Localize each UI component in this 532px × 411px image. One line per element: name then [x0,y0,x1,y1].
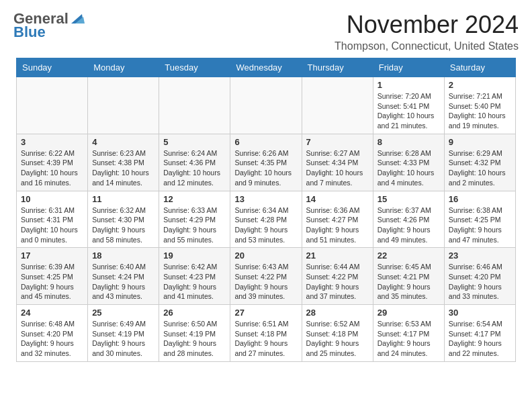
calendar-cell: 5Sunrise: 6:24 AM Sunset: 4:36 PM Daylig… [159,134,230,191]
day-info: Sunrise: 6:50 AM Sunset: 4:19 PM Dayligh… [163,319,226,359]
month-title: November 2024 [335,11,519,39]
calendar-cell: 14Sunrise: 6:36 AM Sunset: 4:27 PM Dayli… [302,191,373,248]
day-info: Sunrise: 6:53 AM Sunset: 4:17 PM Dayligh… [378,319,440,359]
day-info: Sunrise: 6:28 AM Sunset: 4:33 PM Dayligh… [378,148,440,188]
day-number: 28 [306,308,369,318]
day-number: 24 [21,308,83,318]
calendar-cell [17,77,88,134]
day-info: Sunrise: 6:24 AM Sunset: 4:36 PM Dayligh… [163,148,226,188]
day-info: Sunrise: 6:27 AM Sunset: 4:34 PM Dayligh… [306,148,369,188]
day-info: Sunrise: 6:39 AM Sunset: 4:25 PM Dayligh… [21,262,83,302]
calendar-cell [230,77,302,134]
calendar-cell: 18Sunrise: 6:40 AM Sunset: 4:24 PM Dayli… [88,248,159,305]
logo-wing-icon [70,13,85,25]
logo-blue-text: Blue [13,24,85,40]
day-info: Sunrise: 6:32 AM Sunset: 4:30 PM Dayligh… [92,205,154,245]
calendar-cell: 20Sunrise: 6:43 AM Sunset: 4:22 PM Dayli… [230,248,302,305]
day-info: Sunrise: 6:36 AM Sunset: 4:27 PM Dayligh… [306,205,369,245]
day-number: 26 [163,308,226,318]
calendar-cell: 2Sunrise: 7:21 AM Sunset: 5:40 PM Daylig… [444,77,515,134]
calendar-cell: 17Sunrise: 6:39 AM Sunset: 4:25 PM Dayli… [17,248,88,305]
day-info: Sunrise: 6:38 AM Sunset: 4:25 PM Dayligh… [449,205,511,245]
calendar-cell: 28Sunrise: 6:52 AM Sunset: 4:18 PM Dayli… [302,305,373,362]
calendar-cell: 27Sunrise: 6:51 AM Sunset: 4:18 PM Dayli… [230,305,302,362]
calendar-weekday-friday: Friday [373,58,444,77]
calendar-cell: 1Sunrise: 7:20 AM Sunset: 5:41 PM Daylig… [373,77,444,134]
calendar-weekday-thursday: Thursday [302,58,373,77]
day-number: 15 [378,194,440,204]
day-info: Sunrise: 6:33 AM Sunset: 4:29 PM Dayligh… [163,205,226,245]
calendar-header-row: SundayMondayTuesdayWednesdayThursdayFrid… [17,58,516,77]
calendar-week-row: 17Sunrise: 6:39 AM Sunset: 4:25 PM Dayli… [17,248,516,305]
calendar-weekday-sunday: Sunday [17,58,88,77]
day-info: Sunrise: 6:44 AM Sunset: 4:22 PM Dayligh… [306,262,369,302]
day-info: Sunrise: 6:22 AM Sunset: 4:39 PM Dayligh… [21,148,83,188]
calendar-cell [159,77,230,134]
calendar-cell: 11Sunrise: 6:32 AM Sunset: 4:30 PM Dayli… [88,191,159,248]
day-info: Sunrise: 7:20 AM Sunset: 5:41 PM Dayligh… [378,91,440,131]
day-info: Sunrise: 6:29 AM Sunset: 4:32 PM Dayligh… [449,148,511,188]
calendar-weekday-saturday: Saturday [444,58,515,77]
day-info: Sunrise: 6:49 AM Sunset: 4:19 PM Dayligh… [92,319,154,359]
day-number: 9 [449,137,511,147]
calendar-cell [88,77,159,134]
day-number: 17 [21,250,83,261]
day-number: 20 [234,250,297,261]
day-number: 14 [306,194,369,204]
day-number: 11 [92,194,154,204]
day-info: Sunrise: 6:26 AM Sunset: 4:35 PM Dayligh… [234,148,297,188]
day-info: Sunrise: 6:48 AM Sunset: 4:20 PM Dayligh… [21,319,83,359]
day-number: 2 [449,80,511,90]
day-info: Sunrise: 6:34 AM Sunset: 4:28 PM Dayligh… [234,205,297,245]
logo: General Blue [13,11,85,40]
calendar-cell [302,77,373,134]
day-number: 25 [92,308,154,318]
day-number: 23 [449,250,511,261]
calendar-cell: 26Sunrise: 6:50 AM Sunset: 4:19 PM Dayli… [159,305,230,362]
calendar-weekday-monday: Monday [88,58,159,77]
calendar-cell: 8Sunrise: 6:28 AM Sunset: 4:33 PM Daylig… [373,134,444,191]
day-info: Sunrise: 6:43 AM Sunset: 4:22 PM Dayligh… [234,262,297,302]
calendar-week-row: 24Sunrise: 6:48 AM Sunset: 4:20 PM Dayli… [17,305,516,362]
day-info: Sunrise: 7:21 AM Sunset: 5:40 PM Dayligh… [449,91,511,131]
calendar-cell: 25Sunrise: 6:49 AM Sunset: 4:19 PM Dayli… [88,305,159,362]
day-number: 21 [306,250,369,261]
calendar-cell: 24Sunrise: 6:48 AM Sunset: 4:20 PM Dayli… [17,305,88,362]
calendar-table: SundayMondayTuesdayWednesdayThursdayFrid… [16,58,516,362]
day-number: 5 [163,137,226,147]
calendar-cell: 30Sunrise: 6:54 AM Sunset: 4:17 PM Dayli… [444,305,515,362]
calendar-cell: 6Sunrise: 6:26 AM Sunset: 4:35 PM Daylig… [230,134,302,191]
calendar-cell: 21Sunrise: 6:44 AM Sunset: 4:22 PM Dayli… [302,248,373,305]
day-number: 4 [92,137,154,147]
calendar-weekday-wednesday: Wednesday [230,58,302,77]
calendar-cell: 4Sunrise: 6:23 AM Sunset: 4:38 PM Daylig… [88,134,159,191]
day-number: 6 [234,137,297,147]
calendar-week-row: 1Sunrise: 7:20 AM Sunset: 5:41 PM Daylig… [17,77,516,134]
day-number: 8 [378,137,440,147]
page-header: General Blue November 2024 Thompson, Con… [0,0,532,58]
calendar-cell: 10Sunrise: 6:31 AM Sunset: 4:31 PM Dayli… [17,191,88,248]
day-number: 12 [163,194,226,204]
title-area: November 2024 Thompson, Connecticut, Uni… [335,11,519,52]
calendar-week-row: 10Sunrise: 6:31 AM Sunset: 4:31 PM Dayli… [17,191,516,248]
day-number: 16 [449,194,511,204]
day-number: 1 [378,80,440,90]
calendar-cell: 9Sunrise: 6:29 AM Sunset: 4:32 PM Daylig… [444,134,515,191]
day-number: 13 [234,194,297,204]
day-number: 19 [163,250,226,261]
day-number: 18 [92,250,154,261]
day-info: Sunrise: 6:42 AM Sunset: 4:23 PM Dayligh… [163,262,226,302]
day-info: Sunrise: 6:40 AM Sunset: 4:24 PM Dayligh… [92,262,154,302]
calendar-cell: 12Sunrise: 6:33 AM Sunset: 4:29 PM Dayli… [159,191,230,248]
day-number: 30 [449,308,511,318]
day-info: Sunrise: 6:23 AM Sunset: 4:38 PM Dayligh… [92,148,154,188]
day-info: Sunrise: 6:37 AM Sunset: 4:26 PM Dayligh… [378,205,440,245]
day-info: Sunrise: 6:54 AM Sunset: 4:17 PM Dayligh… [449,319,511,359]
calendar-cell: 19Sunrise: 6:42 AM Sunset: 4:23 PM Dayli… [159,248,230,305]
day-number: 29 [378,308,440,318]
day-number: 3 [21,137,83,147]
calendar-cell: 13Sunrise: 6:34 AM Sunset: 4:28 PM Dayli… [230,191,302,248]
calendar-cell: 16Sunrise: 6:38 AM Sunset: 4:25 PM Dayli… [444,191,515,248]
day-number: 10 [21,194,83,204]
day-info: Sunrise: 6:52 AM Sunset: 4:18 PM Dayligh… [306,319,369,359]
